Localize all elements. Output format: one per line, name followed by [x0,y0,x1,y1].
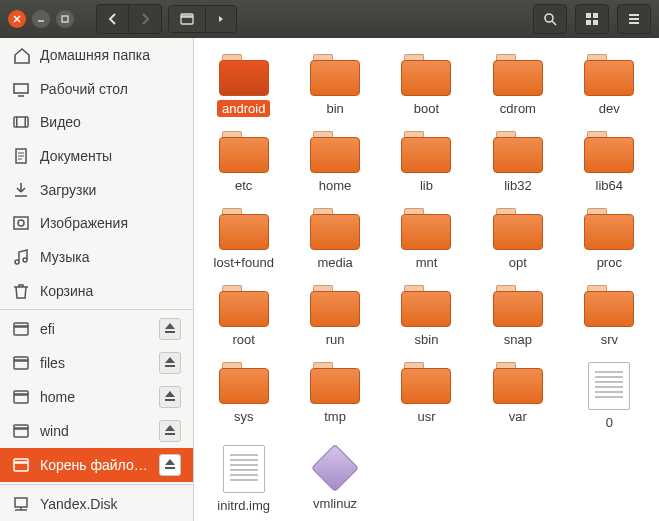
window-maximize-button[interactable] [56,10,74,28]
eject-button[interactable] [159,420,181,442]
item-label: usr [412,408,440,425]
item-label: etc [230,177,257,194]
sidebar-item-Музыка[interactable]: Музыка [0,240,193,274]
folder-item-android[interactable]: android [200,50,287,123]
nav-group [96,4,162,34]
folder-item-etc[interactable]: etc [200,127,287,200]
item-label: initrd.img [212,497,275,514]
sidebar-item-Yandex.Disk[interactable]: Yandex.Disk [0,487,193,521]
video-icon [12,113,30,131]
svg-point-14 [18,220,24,226]
item-label: tmp [319,408,351,425]
sidebar-item-Домашняя папка[interactable]: Домашняя папка [0,38,193,72]
executable-icon [312,445,358,491]
pictures-icon [12,214,30,232]
folder-item-usr[interactable]: usr [383,358,470,437]
sidebar-item-wind[interactable]: wind [0,414,193,448]
back-button[interactable] [97,5,129,33]
sidebar-item-Рабочий стол[interactable]: Рабочий стол [0,72,193,106]
folder-icon [493,131,543,173]
svg-rect-17 [14,323,28,327]
forward-button[interactable] [129,5,161,33]
sidebar-item-Документы[interactable]: Документы [0,139,193,173]
sidebar-item-files[interactable]: files [0,346,193,380]
sidebar-item-Корзина[interactable]: Корзина [0,274,193,308]
item-label: snap [499,331,537,348]
svg-rect-11 [25,117,27,127]
folder-item-dev[interactable]: dev [566,50,653,123]
folder-icon [493,208,543,250]
folder-item-sys[interactable]: sys [200,358,287,437]
folder-item-lib[interactable]: lib [383,127,470,200]
eject-button[interactable] [159,386,181,408]
view-toggle-button[interactable] [576,5,608,33]
folder-icon [310,131,360,173]
folder-item-mnt[interactable]: mnt [383,204,470,277]
svg-rect-5 [593,13,598,18]
folder-item-var[interactable]: var [474,358,561,437]
file-icon [588,362,630,410]
desktop-icon [12,80,30,98]
folder-icon [584,285,634,327]
sidebar-item-label: home [40,389,149,405]
icon-view[interactable]: androidbinbootcdromdevetchomeliblib32lib… [194,38,659,521]
pathbar[interactable] [168,5,237,33]
item-label: run [321,331,350,348]
folder-item-cdrom[interactable]: cdrom [474,50,561,123]
item-label: boot [409,100,444,117]
path-segment-expand[interactable] [206,6,236,32]
folder-icon [401,54,451,96]
folder-item-lost+found[interactable]: lost+found [200,204,287,277]
network-icon [12,495,30,513]
sidebar-item-label: files [40,355,149,371]
exec-item-vmlinuz[interactable]: vmlinuz [291,441,378,520]
item-label: media [312,254,357,271]
svg-rect-26 [15,498,27,507]
svg-rect-6 [586,20,591,25]
sidebar-item-Изображения[interactable]: Изображения [0,206,193,240]
folder-icon [310,362,360,404]
item-label: cdrom [495,100,541,117]
sidebar-item-efi[interactable]: efi [0,312,193,346]
sidebar-item-home[interactable]: home [0,380,193,414]
folder-icon [401,362,451,404]
eject-button[interactable] [159,318,181,340]
sidebar-item-label: Корень файло… [40,457,149,473]
file-item-initrd.img[interactable]: initrd.img [200,441,287,520]
sidebar-item-Видео[interactable]: Видео [0,105,193,139]
folder-item-tmp[interactable]: tmp [291,358,378,437]
sidebar-item-Корень файло…[interactable]: Корень файло… [0,448,193,482]
window-minimize-button[interactable] [32,10,50,28]
folder-item-lib64[interactable]: lib64 [566,127,653,200]
folder-item-home[interactable]: home [291,127,378,200]
folder-item-snap[interactable]: snap [474,281,561,354]
folder-item-opt[interactable]: opt [474,204,561,277]
folder-item-boot[interactable]: boot [383,50,470,123]
item-label: lost+found [209,254,279,271]
folder-item-run[interactable]: run [291,281,378,354]
search-button[interactable] [534,5,566,33]
item-label: srv [596,331,623,348]
folder-icon [310,208,360,250]
item-label: mnt [411,254,443,271]
sidebar-item-Загрузки[interactable]: Загрузки [0,173,193,207]
folder-item-media[interactable]: media [291,204,378,277]
folder-item-bin[interactable]: bin [291,50,378,123]
music-icon [12,248,30,266]
sidebar-item-label: Загрузки [40,182,181,198]
eject-button[interactable] [159,454,181,476]
folder-item-lib32[interactable]: lib32 [474,127,561,200]
file-item-0[interactable]: 0 [566,358,653,437]
folder-item-srv[interactable]: srv [566,281,653,354]
folder-item-proc[interactable]: proc [566,204,653,277]
folder-icon [401,208,451,250]
window-close-button[interactable] [8,10,26,28]
sidebar-item-label: Yandex.Disk [40,496,181,512]
path-segment-root[interactable] [169,6,206,32]
folder-item-sbin[interactable]: sbin [383,281,470,354]
hamburger-menu-button[interactable] [618,5,650,33]
folder-item-root[interactable]: root [200,281,287,354]
svg-rect-13 [14,217,28,229]
eject-button[interactable] [159,352,181,374]
folder-icon [584,208,634,250]
